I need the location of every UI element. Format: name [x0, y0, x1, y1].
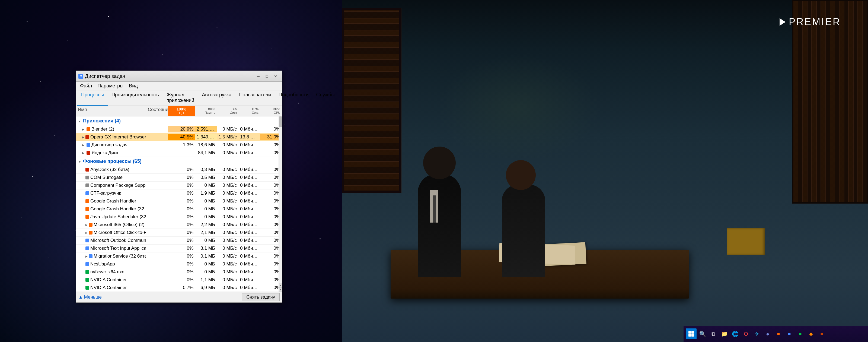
process-row-com-surrogate[interactable]: COM Surrogate 0% 0,5 МБ 0 МБ/с 0 Мбит/с … — [76, 174, 282, 181]
col-disk[interactable]: 3% Диск — [217, 106, 239, 116]
taskmgr-memory: 18,6 МБ — [195, 142, 217, 148]
anydesk-disk: 0 МБ/с — [217, 166, 239, 173]
process-row-nvidia2[interactable]: NVIDIA Container 0,7% 6,9 МБ 0 МБ/с 0 Мб… — [76, 284, 282, 292]
task-view-button[interactable]: ⧉ — [709, 329, 718, 339]
menu-bar: Файл Параметры Вид — [76, 82, 282, 90]
right-panel: PREMIER 🔍 ⧉ 📁 🌐 O ✈ — [342, 0, 868, 342]
start-button[interactable] — [686, 329, 696, 339]
com-memory: 0,5 МБ — [195, 174, 217, 181]
process-row-google-crash[interactable]: Google Crash Handler 0% 0 МБ 0 МБ/с 0 Мб… — [76, 197, 282, 205]
svg-point-1 — [67, 40, 68, 41]
ms-outlook-icon — [86, 238, 89, 243]
col-memory[interactable]: 80% Память — [195, 106, 217, 116]
col-cpu[interactable]: 100% ЦП — [168, 106, 195, 116]
process-row-ms-text[interactable]: Microsoft Text Input Application 0% 3,1 … — [76, 245, 282, 252]
end-task-button[interactable]: Снять задачу — [242, 293, 280, 301]
tab-performance[interactable]: Производительность — [108, 90, 163, 106]
scrollbar-thumb[interactable] — [279, 116, 282, 127]
window-controls: ─ □ ✕ — [254, 73, 280, 80]
explorer-button[interactable]: 📁 — [719, 329, 729, 339]
java-icon — [86, 215, 89, 219]
menu-view[interactable]: Вид — [126, 82, 141, 90]
yandex-cpu — [168, 152, 195, 153]
tab-services[interactable]: Службы — [312, 90, 339, 106]
premier-text: PREMIER — [789, 16, 841, 28]
app3-button[interactable]: ■ — [795, 329, 805, 339]
expand-icon[interactable]: ▼ — [79, 120, 82, 123]
yandex-network: 0 Мбит/с — [239, 149, 260, 156]
process-row-taskmgr[interactable]: ▶ Диспетчер задач 1,3% 18,6 МБ 0 МБ/с 0 … — [76, 141, 282, 149]
process-name-blender: ▶ Blender (2) — [76, 125, 146, 133]
scroll-down[interactable]: ▼ — [279, 287, 282, 292]
process-row-blender[interactable]: ▶ Blender (2) 20,9% 2 591,5 МБ 0 МБ/с 0 … — [76, 125, 282, 133]
app2-button[interactable]: ■ — [784, 329, 794, 339]
close-button[interactable]: ✕ — [272, 73, 280, 80]
expand-opera[interactable]: ▶ — [82, 136, 84, 139]
process-row-nvfxsvc[interactable]: nvfxsvc_x64.exe 0% 0 МБ 0 МБ/с 0 Мбит/с … — [76, 268, 282, 276]
search-taskbar-button[interactable]: 🔍 — [698, 329, 707, 339]
maximize-button[interactable]: □ — [263, 73, 271, 80]
process-name-ctf: CTF-загрузчик — [76, 190, 146, 197]
expand-taskmgr[interactable]: ▶ — [82, 144, 86, 147]
process-row-ms365[interactable]: ▶ Microsoft 365 (Office) (2) 0% 2,2 МБ 0… — [76, 221, 282, 229]
tab-details[interactable]: Подробности — [275, 90, 312, 106]
tab-processes[interactable]: Процессы — [77, 90, 108, 106]
taskmgr-icon — [87, 143, 90, 147]
expand-yandex[interactable]: ▶ — [82, 151, 86, 154]
scrollbar[interactable]: ▲ ▼ — [279, 116, 282, 292]
expand-bg-icon[interactable]: ▼ — [79, 161, 82, 163]
svg-point-3 — [162, 54, 163, 55]
process-row-ncsuap[interactable]: NcsUapApp 0% 0 МБ 0 МБ/с 0 Мбит/с 0% — [76, 260, 282, 268]
svg-point-4 — [217, 27, 218, 28]
tab-app-history[interactable]: Журнал приложений — [163, 90, 198, 106]
process-row-ms-outlook[interactable]: Microsoft Outlook Communications 0% 0 МБ… — [76, 237, 282, 245]
process-row-java[interactable]: Java Update Scheduler (32 бита) 0% 0 МБ … — [76, 213, 282, 221]
cpss-icon — [86, 183, 89, 187]
process-name-taskmgr: ▶ Диспетчер задач — [76, 141, 146, 149]
menu-file[interactable]: Файл — [77, 82, 95, 90]
app1-button[interactable]: ■ — [774, 329, 783, 339]
process-row-nvidia1[interactable]: NVIDIA Container 0% 1,1 МБ 0 МБ/с 0 Мбит… — [76, 276, 282, 284]
menu-options[interactable]: Параметры — [95, 82, 126, 90]
window-title: Диспетчер задач — [85, 73, 254, 79]
tab-users[interactable]: Пользователи — [235, 90, 275, 106]
telegram-button[interactable]: ✈ — [752, 329, 762, 339]
col-status[interactable]: Состояние — [146, 106, 168, 116]
app4-button[interactable]: ■ — [817, 329, 827, 339]
svg-point-6 — [40, 81, 41, 82]
tab-bar: Процессы Производительность Журнал прило… — [76, 90, 282, 106]
process-row-migration[interactable]: ▶ MigrationService (32 бита) 0% 0,1 МБ 0… — [76, 252, 282, 260]
apps-section-header[interactable]: ▼ Приложения (4) — [76, 116, 282, 125]
col-name[interactable]: Имя — [76, 106, 146, 116]
col-network[interactable]: 10% Сеть — [239, 106, 260, 116]
process-row-anydesk[interactable]: AnyDesk (32 бита) 0% 0,3 МБ 0 МБ/с 0 Мби… — [76, 166, 282, 174]
svg-point-28 — [293, 228, 293, 229]
process-row-ctf[interactable]: CTF-загрузчик 0% 1,9 МБ 0 МБ/с 0 Мбит/с … — [76, 190, 282, 197]
minimize-button[interactable]: ─ — [254, 73, 262, 80]
blender-icon — [87, 127, 90, 131]
background-section-header[interactable]: ▼ Фоновые процессы (65) — [76, 157, 282, 166]
tab-startup[interactable]: Автозагрузка — [198, 90, 235, 106]
taskmgr-network: 0 Мбит/с — [239, 142, 260, 148]
com-surrogate-icon — [86, 176, 89, 179]
discord-button[interactable]: ● — [763, 329, 773, 339]
browser-button[interactable]: 🌐 — [730, 329, 740, 339]
less-arrow-icon: ▲ — [79, 294, 83, 300]
process-row-google-crash-32[interactable]: Google Crash Handler (32 бита) 0% 0 МБ 0… — [76, 205, 282, 213]
process-row-cpss[interactable]: Component Package Support Server 0% 0 МБ… — [76, 181, 282, 190]
opera-status — [146, 137, 168, 138]
expand-blender[interactable]: ▶ — [82, 128, 86, 131]
opera-network: 13,8 Мбит/с — [239, 134, 260, 140]
anydesk-memory: 0,3 МБ — [195, 166, 217, 173]
process-row-ms-office[interactable]: ▶ Microsoft Office Click-to-Run (5) 0% 2… — [76, 229, 282, 237]
com-cpu: 0% — [168, 174, 195, 181]
process-row-yandex[interactable]: ▶ Яндекс.Диск 84,1 МБ 0 МБ/с 0 Мбит/с 0% — [76, 149, 282, 157]
scroll-up[interactable]: ▲ — [279, 283, 282, 287]
google-crash-32-icon — [86, 207, 89, 211]
opera-button[interactable]: O — [741, 329, 751, 339]
blender-button[interactable]: ◆ — [806, 329, 816, 339]
opera-disk: 1,5 МБ/с — [217, 134, 239, 140]
process-row-opera[interactable]: ▶ Opera GX Internet Browser (32) 40,5% 1… — [76, 133, 282, 141]
col-gpu[interactable]: 36% GPU — [260, 106, 282, 116]
less-button[interactable]: ▲ Меньше — [79, 294, 102, 300]
